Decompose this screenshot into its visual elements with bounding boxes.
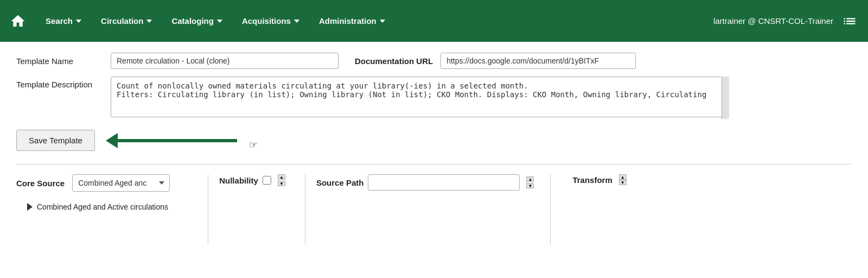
transform-label: Transform <box>572 175 612 185</box>
source-path-scroll-down[interactable]: ▼ <box>526 183 534 188</box>
doc-url-input[interactable] <box>441 53 636 69</box>
source-path-label: Source Path <box>316 178 364 187</box>
nullability-group: Nullability ▲ ▼ <box>219 174 294 186</box>
section-divider <box>16 164 852 165</box>
nav-circulation-label: Circulation <box>101 16 143 26</box>
core-source-label: Core Source <box>16 179 65 188</box>
transform-scroll-down[interactable]: ▼ <box>619 180 627 185</box>
nullability-checkbox[interactable] <box>263 176 271 185</box>
nav-search[interactable]: Search <box>36 0 91 42</box>
template-name-input[interactable] <box>111 53 339 69</box>
vert-divider-2 <box>305 174 305 245</box>
nav-search-caret <box>76 20 81 23</box>
nullability-label: Nullability <box>219 176 258 185</box>
arrow-head <box>106 133 118 148</box>
tree-expand-arrow[interactable] <box>27 203 33 211</box>
user-info: lartrainer @ CNSRT-COL-Trainer <box>713 16 833 26</box>
tree-item-label: Combined Aged and Active circulations <box>37 203 168 211</box>
null-scroll-down[interactable]: ▼ <box>278 181 285 186</box>
nav-items: Search Circulation Cataloging Acquisitio… <box>36 0 713 42</box>
template-desc-textarea[interactable] <box>111 77 729 117</box>
nav-circulation[interactable]: Circulation <box>91 0 162 42</box>
core-source-select-wrapper: Combined Aged anc <box>72 174 170 192</box>
nav-administration[interactable]: Administration <box>309 0 395 42</box>
home-button[interactable] <box>5 9 30 34</box>
vert-divider-3 <box>550 174 551 245</box>
source-path-scroll-up[interactable]: ▲ <box>526 176 534 182</box>
nav-cataloging-label: Cataloging <box>171 16 214 26</box>
template-desc-label: Template Description <box>16 77 103 89</box>
nav-acquisitions-caret <box>294 20 299 23</box>
nav-user: lartrainer @ CNSRT-COL-Trainer <box>713 14 863 29</box>
nav-administration-label: Administration <box>319 16 376 26</box>
desc-scrollbar[interactable] <box>722 77 729 119</box>
bottom-section: Core Source Combined Aged anc Combined A… <box>16 174 852 245</box>
save-template-button[interactable]: Save Template <box>16 130 95 151</box>
doc-url-label: Documentation URL <box>355 56 433 66</box>
desc-textarea-wrapper <box>111 77 729 119</box>
vert-divider-1 <box>208 174 208 245</box>
tree-row: Combined Aged and Active circulations <box>16 203 168 211</box>
core-source-select[interactable]: Combined Aged anc <box>72 174 170 192</box>
arrow-container <box>106 133 237 148</box>
template-name-label: Template Name <box>16 56 103 66</box>
save-row: Save Template ☞ <box>16 130 852 151</box>
nav-cataloging[interactable]: Cataloging <box>162 0 232 42</box>
nav-acquisitions-label: Acquisitions <box>242 16 291 26</box>
top-form-row: Template Name Documentation URL <box>16 53 852 69</box>
core-source-group: Core Source Combined Aged anc <box>16 174 186 192</box>
transform-scroll-up[interactable]: ▲ <box>619 174 627 180</box>
main-content: Template Name Documentation URL Template… <box>0 42 868 256</box>
core-source-section: Core Source Combined Aged anc Combined A… <box>16 174 197 211</box>
doc-url-group: Documentation URL <box>355 53 636 69</box>
cursor-icon: ☞ <box>249 139 258 151</box>
nav-acquisitions[interactable]: Acquisitions <box>232 0 309 42</box>
null-scroll-arrows: ▲ ▼ <box>278 174 285 186</box>
desc-row: Template Description <box>16 77 852 119</box>
source-path-scroll: ▲ ▼ <box>526 176 534 188</box>
arrow-line <box>118 139 237 142</box>
nav-list-button[interactable] <box>842 14 857 29</box>
nav-search-label: Search <box>46 16 73 26</box>
nav-cataloging-caret <box>217 20 222 23</box>
null-scroll-up[interactable]: ▲ <box>278 174 285 180</box>
source-path-input[interactable] <box>368 174 520 191</box>
source-path-group: Source Path ▲ ▼ <box>316 174 540 191</box>
template-name-group: Template Name <box>16 53 339 69</box>
transform-group: Transform ▲ ▼ <box>561 174 626 185</box>
transform-scroll: ▲ ▼ <box>619 174 627 185</box>
nav-circulation-caret <box>146 20 152 23</box>
navbar: Search Circulation Cataloging Acquisitio… <box>0 0 868 42</box>
nav-administration-caret <box>380 20 385 23</box>
